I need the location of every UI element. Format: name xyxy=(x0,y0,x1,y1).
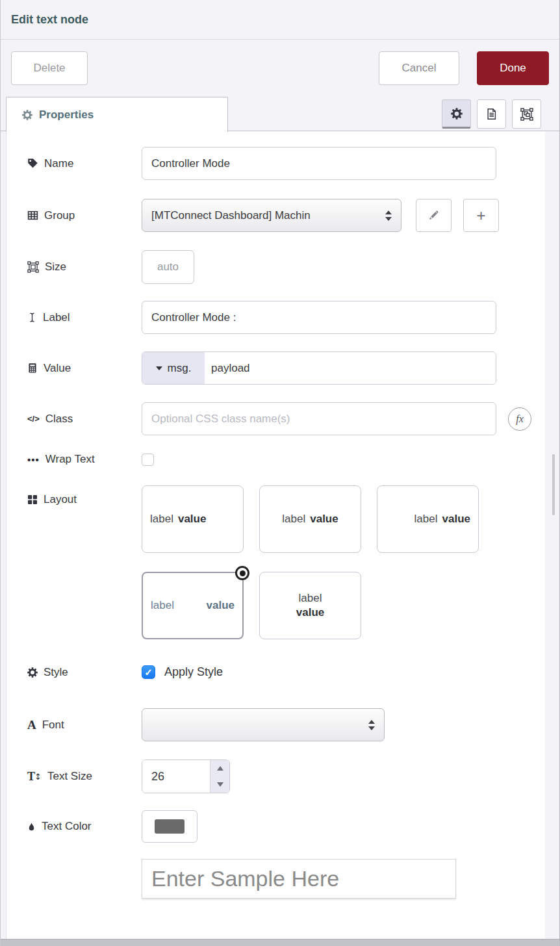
name-input[interactable] xyxy=(142,147,496,180)
tab-properties[interactable]: Properties xyxy=(6,97,228,132)
layout-row: Layout label value label value label xyxy=(27,485,545,639)
layout-sample-label: label xyxy=(151,599,174,612)
group-label-group: Group xyxy=(27,209,142,222)
object-group-icon xyxy=(27,261,39,273)
gear-icon xyxy=(22,110,32,120)
name-label: Name xyxy=(44,157,73,170)
calculator-icon xyxy=(27,363,38,374)
size-label-group: Size xyxy=(27,261,142,274)
layout-sample-label: label xyxy=(282,513,305,526)
text-size-label-group: T↕ Text Size xyxy=(27,770,142,784)
wrap-text-row: ••• Wrap Text xyxy=(27,453,545,466)
text-color-label-group: Text Color xyxy=(27,820,142,833)
value-row: Value msg. xyxy=(27,352,545,385)
class-label-group: </> Class xyxy=(27,413,142,426)
properties-tool-button[interactable] xyxy=(442,99,471,129)
object-group-icon xyxy=(520,108,533,121)
group-select[interactable]: [MTConnect Dashboard] Machin xyxy=(142,199,401,232)
group-label: Group xyxy=(44,209,75,222)
group-row: Group [MTConnect Dashboard] Machin xyxy=(27,199,545,232)
properties-form: Name Group [MTConnec xyxy=(6,131,545,946)
font-label: Font xyxy=(42,719,64,732)
text-size-spinner xyxy=(142,760,230,793)
layout-label-group: Layout xyxy=(27,493,142,506)
value-type-select[interactable]: msg. xyxy=(142,352,205,384)
group-select-value: [MTConnect Dashboard] Machin xyxy=(151,209,380,222)
scrollbar-thumb[interactable] xyxy=(552,454,555,515)
font-select[interactable] xyxy=(142,708,385,741)
layout-label: Layout xyxy=(44,493,77,506)
layout-sample-label: label xyxy=(414,513,438,526)
size-auto-button[interactable]: auto xyxy=(142,250,194,284)
done-button[interactable]: Done xyxy=(477,51,549,85)
color-swatch xyxy=(155,819,185,834)
text-color-button[interactable] xyxy=(142,810,197,843)
spinner-down-button[interactable] xyxy=(210,776,229,793)
appearance-tool-button[interactable] xyxy=(512,99,541,129)
layout-option-right[interactable]: label value xyxy=(377,485,479,553)
layout-sample-value: value xyxy=(178,513,206,526)
cancel-button[interactable]: Cancel xyxy=(379,51,459,85)
label-label-group: Label xyxy=(27,311,142,324)
table-icon xyxy=(27,210,38,221)
class-field-label: Class xyxy=(45,413,73,426)
layout-option-left[interactable]: label value xyxy=(142,485,244,553)
layout-sample-value: value xyxy=(310,513,338,526)
droplet-icon xyxy=(27,821,36,832)
value-type-label: msg. xyxy=(168,362,192,375)
edit-group-button[interactable] xyxy=(416,199,452,232)
text-color-label: Text Color xyxy=(42,820,92,833)
tab-bar: Properties xyxy=(1,97,559,131)
code-icon: </> xyxy=(27,414,40,424)
layout-option-spread-selected[interactable]: label value xyxy=(142,572,244,639)
font-icon: A xyxy=(27,718,36,732)
plus-icon: + xyxy=(476,208,485,224)
size-label: Size xyxy=(45,261,66,274)
caret-down-icon xyxy=(156,366,162,370)
layout-sample-value: value xyxy=(207,599,235,612)
gear-icon xyxy=(27,667,38,678)
value-field-label: Value xyxy=(44,362,71,375)
dialog-header: Edit text node xyxy=(1,0,559,40)
tab-properties-label: Properties xyxy=(39,109,94,121)
size-row: Size auto xyxy=(27,250,545,284)
text-size-row: T↕ Text Size xyxy=(27,760,545,793)
layout-option-stacked[interactable]: label value xyxy=(259,572,361,639)
class-input[interactable] xyxy=(142,402,496,435)
dialog-bottom-edge xyxy=(1,939,559,946)
style-label-group: Style xyxy=(27,666,142,679)
sample-text-input[interactable] xyxy=(142,859,456,899)
pencil-icon xyxy=(428,210,439,221)
delete-button[interactable]: Delete xyxy=(11,51,88,85)
sample-row xyxy=(27,859,545,899)
selected-radio-icon xyxy=(235,566,249,580)
value-input[interactable] xyxy=(205,352,496,384)
spinner-up-button[interactable] xyxy=(210,760,229,776)
layout-option-center[interactable]: label value xyxy=(259,485,361,553)
add-group-button[interactable]: + xyxy=(463,199,499,232)
label-input[interactable] xyxy=(142,301,496,334)
layout-sample-value: value xyxy=(442,513,470,526)
wrap-text-checkbox[interactable] xyxy=(142,454,154,466)
grid-icon xyxy=(27,494,38,505)
text-height-icon: T↕ xyxy=(27,770,42,784)
description-tool-button[interactable] xyxy=(477,99,506,129)
spinner-buttons xyxy=(210,760,229,793)
layout-sample-label: label xyxy=(299,592,322,605)
dialog-button-row: Delete Cancel Done xyxy=(1,40,559,97)
dialog-title: Edit text node xyxy=(11,13,88,27)
expression-fx-button[interactable]: fx xyxy=(508,407,531,431)
apply-style-label: Apply Style xyxy=(164,665,223,679)
text-size-input[interactable] xyxy=(142,760,210,793)
edit-text-node-dialog: Edit text node Delete Cancel Done P xyxy=(0,0,560,946)
layout-sample-value: value xyxy=(296,606,324,619)
i-cursor-icon xyxy=(27,312,37,323)
gear-icon xyxy=(451,108,463,120)
select-arrows-icon xyxy=(385,211,392,221)
document-icon xyxy=(485,108,498,120)
label-row: Label xyxy=(27,301,545,334)
class-row: </> Class fx xyxy=(27,402,545,435)
tag-icon xyxy=(27,158,38,169)
ellipsis-icon: ••• xyxy=(27,454,40,465)
apply-style-checkbox[interactable] xyxy=(142,665,155,679)
